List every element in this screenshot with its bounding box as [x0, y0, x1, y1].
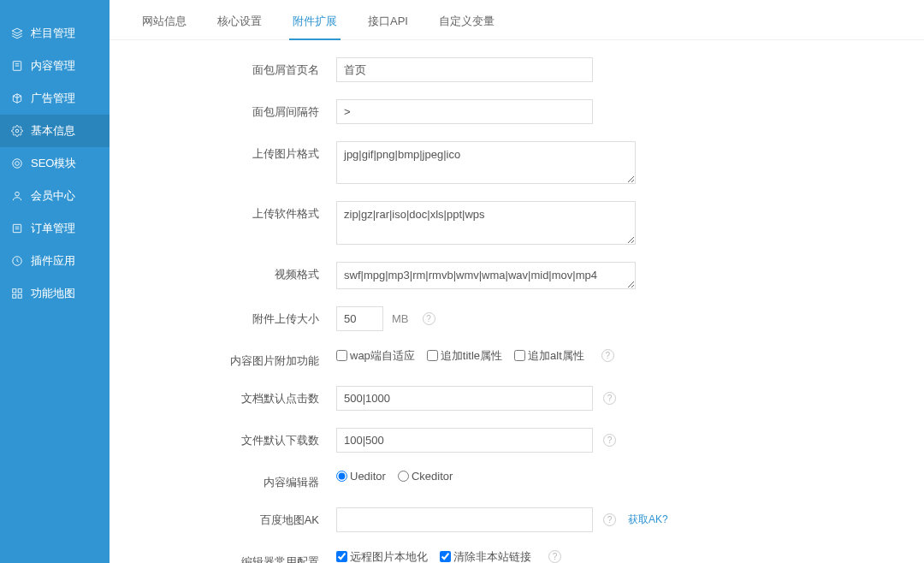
sidebar-item-members[interactable]: 会员中心 [0, 180, 110, 212]
sidebar-item-content[interactable]: 内容管理 [0, 50, 110, 82]
settings-form: 面包屑首页名 面包屑间隔符 上传图片格式 jpg|gif|png|bmp|jpe… [110, 40, 924, 563]
help-icon[interactable]: ? [603, 513, 616, 526]
svg-rect-8 [13, 224, 21, 232]
breadcrumb-sep-input[interactable] [336, 99, 593, 124]
sidebar-item-ads[interactable]: 广告管理 [0, 82, 110, 115]
tabs: 网站信息 核心设置 附件扩展 接口API 自定义变量 [110, 3, 924, 40]
sidebar-item-seo[interactable]: SEO模块 [0, 147, 110, 180]
svg-point-5 [13, 159, 22, 169]
clear-external-links-checkbox[interactable]: 清除非本站链接 [440, 549, 531, 563]
svg-point-6 [15, 162, 20, 166]
svg-point-7 [15, 192, 20, 196]
grid-icon [10, 287, 24, 300]
upload-size-label: 附件上传大小 [110, 306, 336, 327]
ckeditor-radio[interactable]: Ckeditor [398, 470, 453, 483]
svg-rect-15 [18, 294, 21, 298]
help-icon[interactable]: ? [603, 434, 616, 447]
doc-clicks-input[interactable] [336, 386, 593, 411]
sidebar-item-label: 插件应用 [31, 253, 75, 269]
file-downloads-input[interactable] [336, 428, 593, 453]
title-attr-checkbox[interactable]: 追加title属性 [427, 348, 502, 364]
svg-point-4 [15, 129, 19, 133]
sidebar-item-label: 功能地图 [31, 286, 75, 301]
svg-rect-12 [13, 289, 16, 293]
sidebar: 栏目管理 内容管理 广告管理 基本信息 SEO模块 会员中心 订单管理 插件应 [0, 0, 110, 563]
sidebar-item-sitemap[interactable]: 功能地图 [0, 277, 110, 310]
sidebar-item-basic-info[interactable]: 基本信息 [0, 115, 110, 147]
get-ak-link[interactable]: 获取AK? [628, 513, 668, 527]
sidebar-item-label: 内容管理 [31, 58, 75, 74]
upload-size-input[interactable] [336, 306, 383, 331]
tab-core-settings[interactable]: 核心设置 [202, 3, 277, 39]
help-icon[interactable]: ? [423, 312, 435, 325]
wap-adaptive-checkbox[interactable]: wap端自适应 [336, 348, 415, 364]
sidebar-item-label: SEO模块 [31, 156, 76, 171]
gear-icon [10, 124, 24, 138]
editor-config-label: 编辑器常用配置 [110, 549, 336, 563]
doc-clicks-label: 文档默认点击数 [110, 386, 336, 406]
user-icon [10, 189, 24, 203]
list-icon [10, 222, 24, 235]
sidebar-item-label: 基本信息 [31, 123, 75, 139]
sidebar-item-label: 广告管理 [31, 91, 75, 106]
alt-attr-checkbox[interactable]: 追加alt属性 [514, 348, 584, 364]
editor-label: 内容编辑器 [110, 470, 336, 490]
package-icon [10, 92, 24, 105]
img-extra-label: 内容图片附加功能 [110, 348, 336, 369]
file-downloads-label: 文件默认下载数 [110, 428, 336, 448]
tab-api[interactable]: 接口API [352, 3, 424, 39]
sidebar-item-label: 会员中心 [31, 188, 75, 204]
layers-icon [10, 27, 24, 40]
breadcrumb-sep-label: 面包屑间隔符 [110, 99, 336, 120]
svg-rect-14 [13, 294, 16, 298]
ueditor-radio[interactable]: Ueditor [336, 470, 386, 483]
sidebar-item-orders[interactable]: 订单管理 [0, 212, 110, 245]
breadcrumb-home-input[interactable] [336, 57, 593, 82]
sidebar-item-label: 栏目管理 [31, 26, 75, 41]
svg-rect-13 [18, 289, 21, 293]
svg-marker-0 [12, 28, 22, 33]
video-formats-label: 视频格式 [110, 262, 336, 282]
breadcrumb-home-label: 面包屑首页名 [110, 57, 336, 78]
tab-attachment-ext[interactable]: 附件扩展 [277, 3, 352, 39]
video-formats-textarea[interactable]: swf|mpg|mp3|rm|rmvb|wmv|wma|wav|mid|mov|… [336, 262, 636, 289]
remote-img-local-checkbox[interactable]: 远程图片本地化 [336, 549, 428, 563]
help-icon[interactable]: ? [548, 550, 561, 563]
img-formats-label: 上传图片格式 [110, 141, 336, 162]
help-icon[interactable]: ? [603, 392, 616, 405]
sidebar-item-plugins[interactable]: 插件应用 [0, 245, 110, 277]
baidu-ak-label: 百度地图AK [110, 507, 336, 528]
file-formats-label: 上传软件格式 [110, 201, 336, 222]
document-icon [10, 59, 24, 73]
file-formats-textarea[interactable]: zip|gz|rar|iso|doc|xls|ppt|wps [336, 201, 636, 244]
baidu-ak-input[interactable] [336, 507, 593, 532]
upload-size-unit: MB [392, 312, 409, 325]
main-content: 网站信息 核心设置 附件扩展 接口API 自定义变量 面包屑首页名 面包屑间隔符… [110, 0, 924, 563]
clock-icon [10, 254, 24, 268]
help-icon[interactable]: ? [601, 349, 614, 362]
tab-custom-vars[interactable]: 自定义变量 [424, 3, 510, 39]
sidebar-item-label: 订单管理 [31, 221, 75, 236]
sidebar-item-columns[interactable]: 栏目管理 [0, 17, 110, 50]
target-icon [10, 157, 24, 170]
img-formats-textarea[interactable]: jpg|gif|png|bmp|jpeg|ico [336, 141, 636, 184]
tab-site-info[interactable]: 网站信息 [127, 3, 202, 39]
